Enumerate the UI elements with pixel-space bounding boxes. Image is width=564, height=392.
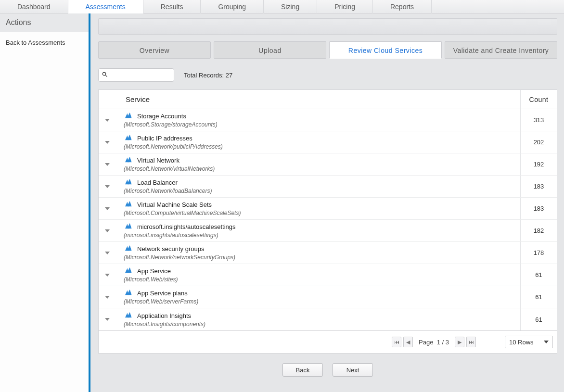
subtabs: Overview Upload Review Cloud Services Va… bbox=[98, 41, 557, 59]
count-cell: 61 bbox=[520, 264, 557, 286]
svg-marker-9 bbox=[128, 201, 131, 206]
svg-marker-19 bbox=[128, 312, 131, 317]
search-input[interactable] bbox=[110, 71, 171, 79]
expand-row-button[interactable] bbox=[105, 141, 110, 144]
pager-page-label: Page 1 / 3 bbox=[419, 339, 449, 346]
svg-marker-15 bbox=[128, 267, 131, 273]
table-header: Service Count bbox=[99, 90, 557, 109]
azure-icon bbox=[124, 312, 132, 320]
service-cell: microsoft.insights/autoscalesettings(mic… bbox=[116, 220, 520, 241]
count-cell: 183 bbox=[520, 176, 557, 197]
service-name: microsoft.insights/autoscalesettings bbox=[137, 223, 235, 230]
count-cell: 61 bbox=[520, 308, 557, 330]
col-header-count[interactable]: Count bbox=[520, 90, 557, 109]
tab-dashboard[interactable]: Dashboard bbox=[0, 0, 68, 13]
expand-row-button[interactable] bbox=[105, 119, 110, 122]
count-cell: 192 bbox=[520, 153, 557, 175]
subtab-validate-create-inventory[interactable]: Validate and Create Inventory bbox=[445, 41, 557, 59]
svg-marker-7 bbox=[128, 179, 131, 184]
expand-row-button[interactable] bbox=[105, 274, 110, 277]
azure-icon bbox=[124, 112, 132, 120]
rows-per-page-select[interactable]: 10 Rows bbox=[505, 336, 553, 348]
tab-pricing[interactable]: Pricing bbox=[317, 0, 373, 13]
service-subtext: (Microsoft.Web/serverFarms) bbox=[124, 297, 520, 305]
service-cell: Virtual Machine Scale Sets(Microsoft.Com… bbox=[116, 198, 520, 219]
col-header-service[interactable]: Service bbox=[99, 95, 520, 103]
svg-marker-13 bbox=[128, 245, 131, 251]
service-cell: Network security groups(Microsoft.Networ… bbox=[116, 242, 520, 264]
count-cell: 178 bbox=[520, 242, 557, 264]
sidebar: Actions Back to Assessments bbox=[0, 13, 90, 392]
back-button[interactable]: Back bbox=[282, 363, 323, 377]
table-row: Public IP addresses(Microsoft.Network/pu… bbox=[99, 131, 557, 153]
service-name: Public IP addresses bbox=[137, 135, 192, 142]
expand-row-button[interactable] bbox=[105, 163, 110, 166]
pager-last-button[interactable]: ⏭ bbox=[466, 337, 476, 347]
service-name: Storage Accounts bbox=[137, 113, 186, 120]
expand-row-button[interactable] bbox=[105, 252, 110, 254]
top-banner bbox=[98, 18, 557, 35]
toolbar: Total Records: 27 bbox=[98, 68, 557, 82]
service-name: Application Insights bbox=[137, 312, 191, 319]
azure-icon bbox=[124, 201, 132, 209]
azure-icon bbox=[124, 289, 132, 297]
sidebar-header: Actions bbox=[0, 13, 89, 32]
count-cell: 61 bbox=[520, 286, 557, 308]
expand-row-button[interactable] bbox=[105, 229, 110, 232]
tab-grouping[interactable]: Grouping bbox=[201, 0, 264, 13]
service-subtext: (microsoft.insights/autoscalesettings) bbox=[124, 231, 520, 239]
pager-prev-button[interactable]: ◀ bbox=[403, 337, 413, 347]
svg-marker-5 bbox=[128, 157, 131, 162]
table-row: Load Balancer(Microsoft.Network/loadBala… bbox=[99, 176, 557, 198]
count-cell: 202 bbox=[520, 131, 557, 153]
rows-per-page-label: 10 Rows bbox=[509, 339, 534, 346]
tab-assessments[interactable]: Assessments bbox=[68, 0, 143, 13]
expand-row-button[interactable] bbox=[105, 296, 110, 299]
azure-icon bbox=[124, 223, 132, 231]
azure-icon bbox=[124, 178, 132, 187]
main-content: Overview Upload Review Cloud Services Va… bbox=[90, 13, 564, 392]
search-icon bbox=[102, 71, 110, 79]
table-row: Virtual Network(Microsoft.Network/virtua… bbox=[99, 153, 557, 176]
expand-row-button[interactable] bbox=[105, 185, 110, 188]
search-input-wrapper[interactable] bbox=[98, 68, 174, 82]
service-subtext: (Microsoft.Network/loadBalancers) bbox=[124, 187, 520, 194]
chevron-down-icon bbox=[544, 341, 549, 343]
service-subtext: (Microsoft.Compute/virtualMachineScaleSe… bbox=[124, 209, 520, 216]
subtab-upload[interactable]: Upload bbox=[214, 41, 326, 59]
expand-row-button[interactable] bbox=[105, 318, 110, 321]
services-table: Service Count Storage Accounts(Microsoft… bbox=[98, 89, 557, 331]
subtab-overview[interactable]: Overview bbox=[98, 41, 211, 59]
tab-sizing[interactable]: Sizing bbox=[264, 0, 317, 13]
service-name: App Service plans bbox=[137, 290, 188, 297]
next-button[interactable]: Next bbox=[333, 363, 373, 377]
service-subtext: (Microsoft.Network/networkSecurityGroups… bbox=[124, 253, 520, 261]
subtab-review-cloud-services[interactable]: Review Cloud Services bbox=[329, 41, 442, 59]
service-subtext: (Microsoft.Network/publicIPAddresses) bbox=[124, 142, 520, 150]
azure-icon bbox=[124, 156, 132, 164]
back-to-assessments-link[interactable]: Back to Assessments bbox=[0, 32, 89, 53]
service-cell: App Service plans(Microsoft.Web/serverFa… bbox=[116, 286, 520, 308]
count-cell: 313 bbox=[520, 109, 557, 131]
table-row: App Service plans(Microsoft.Web/serverFa… bbox=[99, 286, 557, 308]
pager-next-button[interactable]: ▶ bbox=[455, 337, 464, 347]
pager-first-button[interactable]: ⏮ bbox=[392, 337, 401, 347]
table-row: Virtual Machine Scale Sets(Microsoft.Com… bbox=[99, 198, 557, 220]
service-cell: Storage Accounts(Microsoft.Storage/stora… bbox=[116, 109, 520, 131]
tab-reports[interactable]: Reports bbox=[373, 0, 432, 13]
svg-marker-3 bbox=[128, 135, 131, 140]
pager: ⏮ ◀ Page 1 / 3 ▶ ⏭ 10 Rows bbox=[98, 331, 557, 354]
count-cell: 183 bbox=[520, 198, 557, 219]
service-name: Virtual Network bbox=[137, 157, 179, 164]
service-name: App Service bbox=[137, 267, 171, 275]
service-cell: Load Balancer(Microsoft.Network/loadBala… bbox=[116, 176, 520, 197]
service-name: Load Balancer bbox=[137, 179, 178, 186]
count-cell: 182 bbox=[520, 220, 557, 241]
service-name: Network security groups bbox=[137, 245, 204, 253]
service-cell: App Service(Microsoft.Web/sites) bbox=[116, 264, 520, 286]
table-row: Application Insights(Microsoft.Insights/… bbox=[99, 308, 557, 330]
table-row: Storage Accounts(Microsoft.Storage/stora… bbox=[99, 109, 557, 131]
tab-results[interactable]: Results bbox=[143, 0, 201, 13]
expand-row-button[interactable] bbox=[105, 207, 110, 210]
azure-icon bbox=[124, 267, 132, 275]
